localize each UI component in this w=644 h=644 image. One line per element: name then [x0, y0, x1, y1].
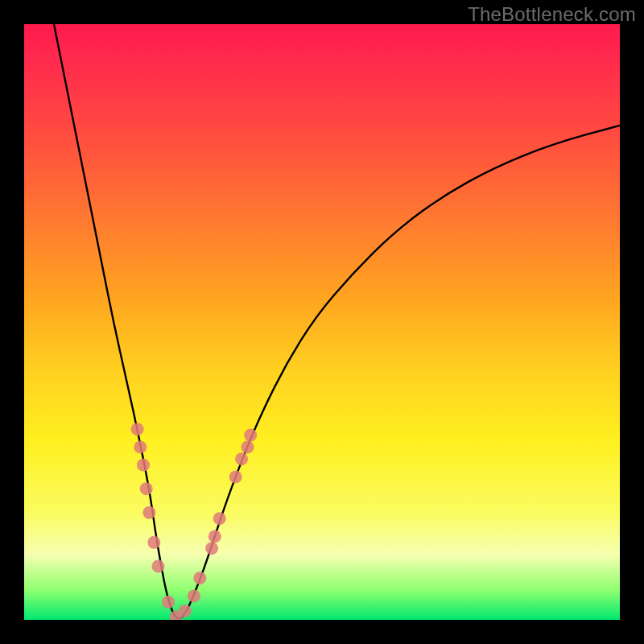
marker-point: [147, 536, 160, 549]
highlight-markers: [131, 423, 258, 620]
marker-point: [131, 423, 144, 436]
marker-point: [235, 452, 248, 465]
marker-point: [140, 482, 153, 495]
marker-point: [137, 459, 150, 472]
plot-area: [24, 24, 620, 620]
marker-point: [170, 610, 183, 620]
watermark-text: TheBottleneck.com: [468, 3, 636, 26]
marker-point: [188, 589, 200, 602]
marker-point: [179, 605, 192, 617]
marker-point: [152, 559, 165, 572]
marker-point: [134, 440, 147, 453]
marker-point: [162, 596, 175, 609]
marker-point: [142, 506, 155, 519]
chart-frame: TheBottleneck.com: [0, 0, 644, 644]
marker-point: [208, 530, 221, 543]
marker-point: [193, 572, 206, 584]
marker-point: [229, 470, 242, 483]
chart-svg: [24, 24, 620, 620]
marker-point: [205, 542, 218, 555]
marker-point: [242, 440, 254, 453]
bottleneck-curve: [54, 24, 620, 618]
marker-point: [244, 429, 257, 442]
marker-point: [213, 512, 226, 525]
